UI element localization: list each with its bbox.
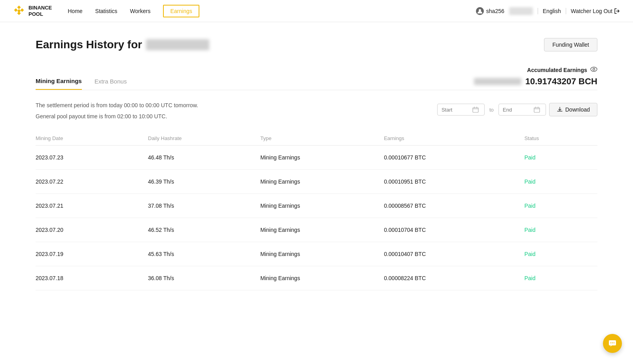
date-filter: to Download xyxy=(437,103,597,116)
account-info: sha256 xyxy=(476,7,504,15)
svg-point-7 xyxy=(593,68,595,70)
account-icon xyxy=(476,7,484,15)
cell-earnings-3: 0.00010704 BTC xyxy=(384,218,524,242)
table-row: 2023.07.19 45.63 Th/s Mining Earnings 0.… xyxy=(36,242,597,266)
cell-type-2: Mining Earnings xyxy=(260,194,384,218)
svg-rect-9 xyxy=(534,108,540,112)
earnings-table: Mining Date Daily Hashrate Type Earnings… xyxy=(36,131,597,290)
calendar-icon-end xyxy=(534,106,540,113)
end-date-wrapper[interactable] xyxy=(498,104,546,116)
funding-wallet-button[interactable]: Funding Wallet xyxy=(544,38,597,51)
cell-type-4: Mining Earnings xyxy=(260,242,384,266)
table-row: 2023.07.20 46.52 Th/s Mining Earnings 0.… xyxy=(36,218,597,242)
cell-earnings-0: 0.00010677 BTC xyxy=(384,146,524,170)
nav-item-home[interactable]: Home xyxy=(68,6,82,16)
page-title: Earnings History for xyxy=(36,38,209,51)
username-blurred xyxy=(146,39,209,50)
cell-earnings-4: 0.00010407 BTC xyxy=(384,242,524,266)
cell-status-4: Paid xyxy=(524,242,597,266)
header-right: sha256 English Watcher Log Out xyxy=(476,7,620,15)
accumulated-value-row: 10.91743207 BCH xyxy=(474,76,597,87)
main-content: Earnings History for Funding Wallet Mini… xyxy=(12,22,621,306)
logo-text: BINANCE POOL xyxy=(28,5,52,17)
cell-date-4: 2023.07.19 xyxy=(36,242,148,266)
end-date-input[interactable] xyxy=(503,107,531,113)
cell-status-2: Paid xyxy=(524,194,597,218)
notices: The settlement period is from today 00:0… xyxy=(36,100,198,122)
nav-item-workers[interactable]: Workers xyxy=(130,6,151,16)
cell-type-3: Mining Earnings xyxy=(260,218,384,242)
start-date-input[interactable] xyxy=(442,107,469,113)
tab-mining-earnings[interactable]: Mining Earnings xyxy=(36,74,82,90)
avatar-blurred xyxy=(509,7,533,15)
svg-marker-2 xyxy=(21,8,24,12)
col-header-type: Type xyxy=(260,131,384,146)
tabs-row: Mining Earnings Extra Bonus Accumulated … xyxy=(36,66,597,90)
cell-earnings-5: 0.00008224 BTC xyxy=(384,266,524,290)
logo[interactable]: BINANCE POOL xyxy=(13,5,52,17)
cell-status-0: Paid xyxy=(524,146,597,170)
cell-hashrate-3: 46.52 Th/s xyxy=(148,218,260,242)
accumulated-label: Accumulated Earnings xyxy=(474,66,597,74)
header-divider xyxy=(538,8,538,14)
nav-item-earnings[interactable]: Earnings xyxy=(163,5,199,17)
cell-earnings-2: 0.00008567 BTC xyxy=(384,194,524,218)
cell-earnings-1: 0.00010951 BTC xyxy=(384,170,524,194)
table-row: 2023.07.22 46.39 Th/s Mining Earnings 0.… xyxy=(36,170,597,194)
cell-date-2: 2023.07.21 xyxy=(36,194,148,218)
cell-date-0: 2023.07.23 xyxy=(36,146,148,170)
tab-extra-bonus[interactable]: Extra Bonus xyxy=(95,74,127,90)
col-header-date: Mining Date xyxy=(36,131,148,146)
table-row: 2023.07.23 46.48 Th/s Mining Earnings 0.… xyxy=(36,146,597,170)
date-separator: to xyxy=(488,107,495,113)
eye-icon[interactable] xyxy=(590,66,597,74)
svg-marker-4 xyxy=(17,9,21,13)
notice-2: General pool payout time is from 02:00 t… xyxy=(36,111,198,122)
logout-label: Watcher Log Out xyxy=(571,8,612,14)
download-label: Download xyxy=(565,106,590,113)
accumulated-label-text: Accumulated Earnings xyxy=(527,67,587,73)
main-nav: Home Statistics Workers Earnings xyxy=(68,5,476,17)
binance-logo-icon xyxy=(13,5,25,17)
language-selector[interactable]: English xyxy=(543,8,561,14)
col-header-status: Status xyxy=(524,131,597,146)
cell-type-0: Mining Earnings xyxy=(260,146,384,170)
cell-hashrate-0: 46.48 Th/s xyxy=(148,146,260,170)
cell-type-1: Mining Earnings xyxy=(260,170,384,194)
cell-date-3: 2023.07.20 xyxy=(36,218,148,242)
calendar-icon-start xyxy=(472,106,479,113)
svg-point-6 xyxy=(591,67,597,72)
content-top: The settlement period is from today 00:0… xyxy=(36,100,597,122)
account-id: sha256 xyxy=(486,8,504,14)
svg-marker-1 xyxy=(14,8,18,12)
cell-hashrate-5: 36.08 Th/s xyxy=(148,266,260,290)
nav-item-statistics[interactable]: Statistics xyxy=(95,6,118,16)
cell-date-1: 2023.07.22 xyxy=(36,170,148,194)
watcher-logout-button[interactable]: Watcher Log Out xyxy=(571,8,620,14)
cell-status-3: Paid xyxy=(524,218,597,242)
download-icon xyxy=(557,106,563,113)
logout-icon xyxy=(614,8,620,14)
cell-hashrate-4: 45.63 Th/s xyxy=(148,242,260,266)
table-header: Mining Date Daily Hashrate Type Earnings… xyxy=(36,131,597,146)
notice-1: The settlement period is from today 00:0… xyxy=(36,100,198,111)
cell-status-1: Paid xyxy=(524,170,597,194)
col-header-hashrate: Daily Hashrate xyxy=(148,131,260,146)
table-row: 2023.07.21 37.08 Th/s Mining Earnings 0.… xyxy=(36,194,597,218)
start-date-wrapper[interactable] xyxy=(437,104,485,116)
svg-rect-8 xyxy=(473,108,478,112)
download-button[interactable]: Download xyxy=(549,103,597,116)
table-row: 2023.07.18 36.08 Th/s Mining Earnings 0.… xyxy=(36,266,597,290)
tabs: Mining Earnings Extra Bonus xyxy=(36,74,139,90)
cell-date-5: 2023.07.18 xyxy=(36,266,148,290)
header: BINANCE POOL Home Statistics Workers Ear… xyxy=(0,0,633,22)
svg-marker-0 xyxy=(17,6,21,9)
accumulated-value: 10.91743207 BCH xyxy=(525,76,597,87)
table-body: 2023.07.23 46.48 Th/s Mining Earnings 0.… xyxy=(36,146,597,290)
title-prefix: Earnings History for xyxy=(36,38,142,51)
header-divider2 xyxy=(566,8,566,14)
cell-hashrate-2: 37.08 Th/s xyxy=(148,194,260,218)
cell-hashrate-1: 46.39 Th/s xyxy=(148,170,260,194)
cell-type-5: Mining Earnings xyxy=(260,266,384,290)
page-header: Earnings History for Funding Wallet xyxy=(36,38,597,51)
